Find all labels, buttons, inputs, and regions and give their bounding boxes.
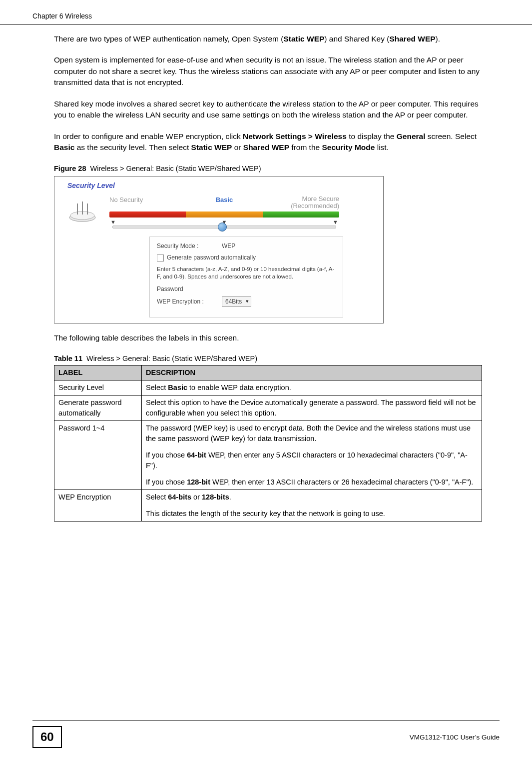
col-desc-header: DESCRIPTION (142, 366, 482, 380)
security-level-label: Security Level (67, 180, 115, 190)
row-label: Generate password automatically (54, 396, 142, 421)
text: or (232, 143, 243, 152)
security-level-bar: No Security Basic More Secure (Recommend… (109, 196, 339, 227)
text: If you chose (146, 451, 187, 459)
bold-text: 128-bits (202, 493, 229, 501)
text: from the (289, 143, 322, 152)
chapter-title: Chapter 6 Wireless (32, 12, 92, 20)
figure-caption: Figure 28Wireless > General: Basic (Stat… (54, 164, 482, 174)
bar-segment-green (263, 212, 339, 218)
wep-encryption-row: WEP Encryption : 64Bits (157, 296, 336, 307)
bold-text: 128-bit (187, 478, 210, 486)
paragraph-1: There are two types of WEP authenticatio… (54, 34, 482, 44)
text: WEP, then enter 13 ASCII characters or 2… (210, 478, 473, 486)
security-mode-label: Security Mode : (157, 242, 222, 250)
password-hint: Enter 5 characters (a-z, A-Z, and 0-9) o… (157, 266, 336, 281)
wep-encryption-dropdown[interactable]: 64Bits (222, 296, 251, 307)
more-secure-line2: (Recommended) (263, 202, 339, 210)
table-row: WEP Encryption Select 64-bits or 128-bit… (54, 490, 482, 522)
security-settings-panel: Security Mode : WEP Generate password au… (149, 236, 343, 318)
generate-password-label: Generate password automatically (167, 254, 256, 262)
paragraph-3: Shared key mode involves a shared secret… (54, 98, 482, 121)
text: The password (WEP key) is used to encryp… (146, 423, 478, 444)
bold-text: General (397, 132, 426, 140)
row-desc: Select Basic to enable WEP data encrypti… (142, 380, 482, 396)
text: list. (375, 143, 389, 152)
text: as the security level. Then select (74, 143, 191, 152)
table-number: Table 11 (54, 354, 82, 362)
text: ). (436, 34, 440, 43)
figure-number: Figure 28 (54, 164, 86, 172)
text: . (229, 493, 231, 501)
figure-title: Wireless > General: Basic (Static WEP/Sh… (90, 164, 261, 172)
text: ) and Shared Key ( (324, 34, 389, 43)
below-figure-text: The following table describes the labels… (54, 332, 482, 344)
text-block: Select 64-bits or 128-bits. (146, 492, 478, 502)
paragraph-2: Open system is implemented for ease-of-u… (54, 54, 482, 88)
text-block: If you chose 64-bit WEP, then enter any … (146, 450, 478, 471)
paragraph-4: In order to configure and enable WEP enc… (54, 131, 482, 154)
footer-row: 60 VMG1312-T10C User’s Guide (32, 726, 500, 748)
text-block: If you chose 128-bit WEP, then enter 13 … (146, 477, 478, 488)
text: screen. Select (426, 132, 477, 140)
text: or (191, 493, 202, 501)
bar-segment-orange (186, 212, 262, 218)
text: Select (146, 384, 168, 392)
color-bar (109, 212, 339, 218)
table-row: Password 1~4 The password (WEP key) is u… (54, 421, 482, 490)
main-content: There are two types of WEP authenticatio… (0, 34, 532, 522)
text: to display the (347, 132, 397, 140)
generate-password-checkbox[interactable] (157, 254, 164, 262)
slider-knob[interactable] (218, 222, 227, 232)
bold-text: Static WEP (191, 143, 232, 152)
text: There are two types of WEP authenticatio… (54, 34, 283, 43)
figure-28: Security Level No Security Basic More Se… (54, 176, 384, 324)
row-desc: Select this option to have the Device au… (142, 396, 482, 421)
text: This dictates the length of the security… (146, 508, 478, 519)
table-title: Wireless > General: Basic (Static WEP/Sh… (86, 354, 257, 362)
no-security-label: No Security (109, 196, 186, 210)
page-footer: 60 VMG1312-T10C User’s Guide (0, 720, 532, 748)
basic-label: Basic (186, 196, 262, 210)
bar-segment-red (109, 212, 186, 218)
security-mode-value: WEP (222, 242, 336, 250)
security-mode-row: Security Mode : WEP (157, 242, 336, 250)
bold-text: Static WEP (283, 34, 324, 43)
password-label: Password (157, 285, 222, 294)
password-row: Password (157, 285, 336, 294)
bold-text: Shared WEP (389, 34, 435, 43)
table-header-row: LABEL DESCRIPTION (54, 366, 482, 380)
table-row: Generate password automatically Select t… (54, 396, 482, 421)
row-label: Password 1~4 (54, 421, 142, 490)
bold-text: Shared WEP (243, 143, 289, 152)
table-11: LABEL DESCRIPTION Security Level Select … (54, 365, 482, 522)
col-label-header: LABEL (54, 366, 142, 380)
bold-text: Basic (168, 384, 187, 392)
row-label: Security Level (54, 380, 142, 396)
row-desc: The password (WEP key) is used to encryp… (142, 421, 482, 490)
antenna-icon (67, 200, 97, 222)
bold-text: 64-bit (187, 451, 206, 459)
text: Select (146, 493, 168, 501)
row-desc: Select 64-bits or 128-bits. This dictate… (142, 490, 482, 522)
footer-divider (32, 720, 500, 721)
text: to enable WEP data encryption. (187, 384, 291, 392)
bold-text: Security Mode (322, 143, 375, 152)
row-label: WEP Encryption (54, 490, 142, 522)
bold-text: Network Settings > Wireless (243, 132, 347, 140)
page-number: 60 (32, 726, 62, 748)
more-secure-label: More Secure (Recommended) (263, 196, 339, 210)
table-row: Security Level Select Basic to enable WE… (54, 380, 482, 396)
text: In order to configure and enable WEP enc… (54, 132, 243, 140)
page-header: Chapter 6 Wireless (0, 0, 532, 24)
bold-text: 64-bits (168, 493, 191, 501)
more-secure-line1: More Secure (263, 196, 339, 202)
guide-title: VMG1312-T10C User’s Guide (410, 734, 500, 741)
generate-password-row: Generate password automatically (157, 254, 336, 262)
text: If you chose (146, 478, 187, 486)
wep-encryption-label: WEP Encryption : (157, 298, 222, 306)
bold-text: Basic (54, 143, 74, 152)
level-labels: No Security Basic More Secure (Recommend… (109, 196, 339, 210)
table-caption: Table 11Wireless > General: Basic (Stati… (54, 354, 482, 364)
